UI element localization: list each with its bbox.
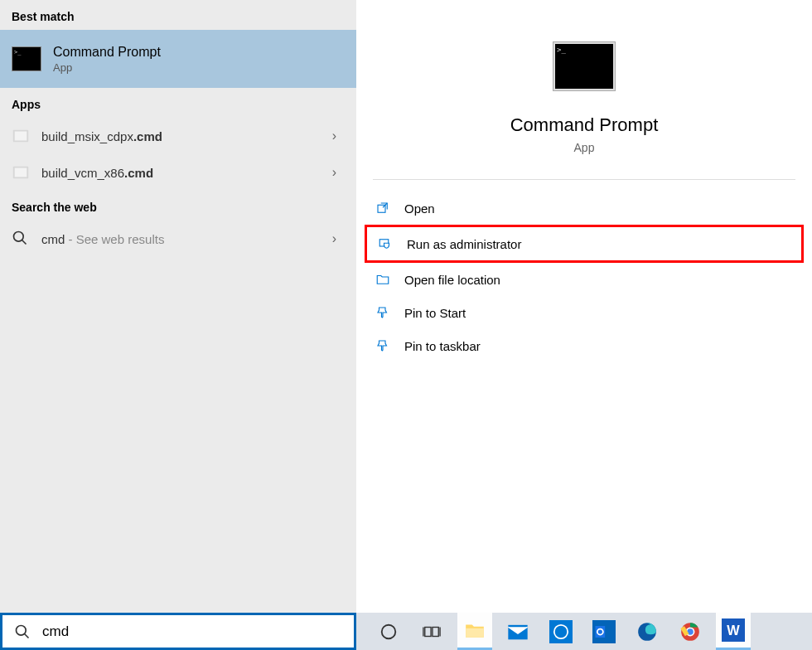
action-open-label: Open: [404, 201, 435, 216]
svg-point-9: [17, 625, 27, 635]
svg-rect-1: [15, 132, 27, 141]
web-result-label: cmd - See web results: [41, 232, 332, 246]
dell-icon[interactable]: [544, 613, 578, 650]
best-match-result[interactable]: Command Prompt App: [0, 30, 356, 88]
apps-heading: Apps: [0, 88, 356, 118]
divider: [373, 179, 795, 180]
svg-rect-3: [15, 168, 27, 177]
mail-icon[interactable]: [500, 613, 535, 650]
svg-text:W: W: [727, 623, 740, 638]
pin-icon: [375, 304, 391, 321]
svg-point-11: [382, 624, 396, 638]
task-view-icon[interactable]: [414, 613, 449, 650]
svg-line-5: [22, 240, 27, 245]
cortana-icon[interactable]: [371, 613, 406, 650]
details-header: Command Prompt App: [356, 33, 812, 171]
action-run-as-admin[interactable]: Run as administrator: [365, 225, 804, 263]
command-prompt-icon: [553, 41, 616, 91]
best-match-heading: Best match: [0, 0, 356, 30]
chevron-right-icon: ›: [332, 231, 336, 246]
command-prompt-icon: [12, 46, 41, 71]
open-icon: [375, 200, 391, 216]
admin-shield-icon: [377, 235, 394, 252]
search-box[interactable]: [0, 613, 356, 650]
action-open-file-location[interactable]: Open file location: [365, 263, 804, 296]
svg-line-10: [25, 633, 29, 638]
web-heading: Search the web: [0, 191, 356, 221]
chevron-right-icon: ›: [332, 165, 336, 180]
outlook-icon[interactable]: [587, 613, 621, 650]
search-icon: [12, 230, 30, 248]
web-result[interactable]: cmd - See web results ›: [0, 221, 356, 257]
actions-list: Open Run as administrator Open file loca…: [356, 188, 812, 366]
action-pin-start[interactable]: Pin to Start: [365, 296, 804, 329]
action-open-file-location-label: Open file location: [404, 273, 500, 287]
svg-point-4: [14, 232, 24, 242]
search-results-panel: Best match Command Prompt App Apps build…: [0, 0, 356, 613]
svg-rect-16: [466, 628, 484, 638]
app-result-1-label: build_msix_cdpx.cmd: [41, 129, 332, 143]
file-explorer-icon[interactable]: [457, 613, 492, 650]
details-panel: Command Prompt App Open Run as administr…: [356, 0, 812, 613]
chrome-icon[interactable]: [673, 613, 708, 650]
action-pin-taskbar-label: Pin to taskbar: [404, 339, 481, 353]
best-match-subtitle: App: [53, 61, 161, 74]
details-subtitle: App: [356, 141, 812, 154]
svg-rect-13: [433, 627, 438, 636]
pin-icon: [375, 337, 391, 354]
best-match-title: Command Prompt: [53, 45, 161, 60]
search-icon: [14, 623, 31, 640]
taskbar-icons: W: [356, 613, 751, 650]
app-result-1[interactable]: build_msix_cdpx.cmd ›: [0, 118, 356, 154]
app-result-2-label: build_vcm_x86.cmd: [41, 166, 332, 180]
svg-rect-12: [425, 627, 431, 636]
svg-rect-18: [549, 620, 573, 643]
action-pin-taskbar[interactable]: Pin to taskbar: [365, 329, 804, 362]
folder-icon: [375, 271, 391, 288]
chevron-right-icon: ›: [332, 129, 336, 143]
app-result-2[interactable]: build_vcm_x86.cmd ›: [0, 154, 356, 191]
action-open[interactable]: Open: [365, 192, 804, 225]
search-input[interactable]: [42, 623, 342, 640]
script-icon: [12, 163, 30, 182]
details-title: Command Prompt: [356, 114, 812, 136]
word-icon[interactable]: W: [716, 613, 751, 650]
action-run-as-admin-label: Run as administrator: [407, 237, 521, 251]
edge-icon[interactable]: [630, 613, 665, 650]
script-icon: [12, 127, 30, 145]
taskbar: W: [0, 613, 812, 650]
best-match-text: Command Prompt App: [53, 45, 161, 74]
action-pin-start-label: Pin to Start: [404, 306, 466, 320]
